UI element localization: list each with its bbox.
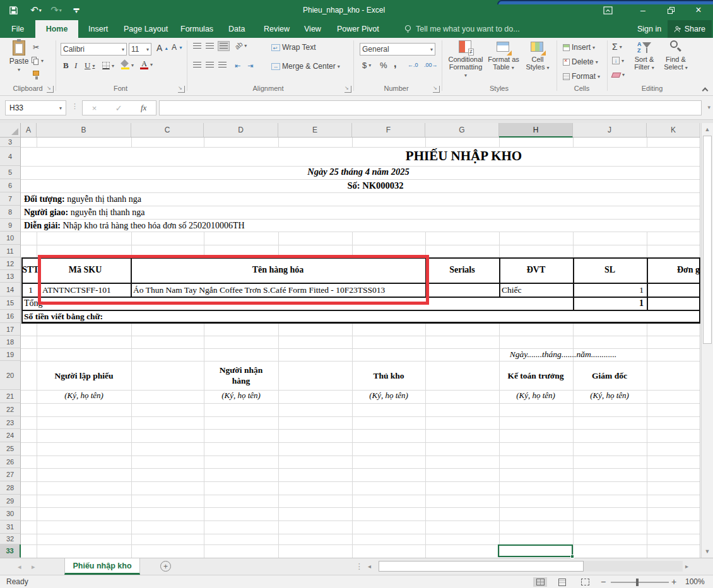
font-name-combo[interactable]: Calibri▾ <box>61 43 127 56</box>
tab-scrollbar-splitter[interactable]: ⋮ <box>355 562 363 571</box>
autosum-button[interactable]: Σ▾ <box>612 42 622 52</box>
row-header-10[interactable]: 10 <box>0 232 21 245</box>
sheet-nav-prev-icon[interactable]: ◂ <box>18 563 21 571</box>
expand-formula-bar-icon[interactable]: ▾ <box>707 104 710 110</box>
redo-button[interactable]: ↷▾ <box>49 2 63 18</box>
row-header-26[interactable]: 26 <box>0 456 21 468</box>
paste-button[interactable]: Paste ▾ <box>6 40 32 73</box>
column-header-K[interactable]: K <box>647 123 700 138</box>
formula-input[interactable] <box>159 100 702 115</box>
zoom-slider-track[interactable] <box>611 582 669 583</box>
cancel-entry-icon[interactable]: × <box>92 103 97 113</box>
alignment-dialog-launcher-icon[interactable]: ↘ <box>345 86 351 93</box>
column-header-H[interactable]: H <box>499 123 573 138</box>
page-layout-view-button[interactable] <box>555 577 569 587</box>
align-right-button[interactable] <box>218 62 227 68</box>
tab-page-layout[interactable]: Page Layout <box>117 20 174 38</box>
font-size-combo[interactable]: 11▾ <box>129 43 151 56</box>
cut-button[interactable]: ✂ <box>33 43 39 52</box>
cell-don-gia[interactable]: 0 <box>647 284 700 297</box>
save-icon[interactable] <box>6 2 20 18</box>
new-sheet-button[interactable]: + <box>160 561 171 572</box>
tab-data[interactable]: Data <box>222 20 251 38</box>
column-header-B[interactable]: B <box>37 123 131 138</box>
decrease-decimal-button[interactable]: .00→ <box>424 62 438 68</box>
shrink-font-button[interactable]: A▼ <box>172 43 183 52</box>
italic-button[interactable]: I <box>74 61 77 71</box>
decrease-indent-button[interactable]: ⇤ <box>235 62 240 70</box>
row-header-14[interactable]: 14 <box>0 283 21 297</box>
fill-handle[interactable] <box>570 555 574 558</box>
row-header-30[interactable]: 30 <box>0 507 21 520</box>
column-header-C[interactable]: C <box>131 123 204 138</box>
conditional-formatting-button[interactable]: ≠ Conditional Formatting ▾ <box>448 40 483 79</box>
clear-button[interactable]: ▾ <box>612 72 625 78</box>
underline-button[interactable]: U▾ <box>85 61 95 71</box>
row-header-5[interactable]: 5 <box>0 166 21 179</box>
name-box[interactable]: H33▾ <box>5 100 66 115</box>
increase-decimal-button[interactable]: ←.0 <box>408 62 418 68</box>
tab-power-pivot[interactable]: Power Pivot <box>331 20 386 38</box>
align-left-button[interactable] <box>193 62 201 68</box>
grow-font-button[interactable]: A▲ <box>156 43 168 53</box>
tab-file[interactable]: File <box>5 20 30 38</box>
tell-me-box[interactable]: Tell me what you want to do... <box>404 20 520 38</box>
undo-button[interactable]: ↶▾ <box>29 2 43 18</box>
column-header-A[interactable]: A <box>21 123 37 138</box>
clipboard-dialog-launcher-icon[interactable]: ↘ <box>47 86 54 93</box>
active-cell-h33[interactable] <box>498 544 573 557</box>
accounting-format-button[interactable]: $▾ <box>362 61 371 70</box>
orientation-button[interactable]: ab▾ <box>235 42 247 49</box>
row-header-6[interactable]: 6 <box>0 179 21 192</box>
name-box-splitter[interactable]: ⋮ <box>71 102 78 110</box>
row-header-12[interactable]: 12 <box>0 257 21 270</box>
row-header-31[interactable]: 31 <box>0 520 21 534</box>
row-header-21[interactable]: 21 <box>0 390 21 403</box>
row-header-7[interactable]: 7 <box>0 192 21 206</box>
sort-filter-button[interactable]: A Z Sort & Filter ▾ <box>630 40 659 72</box>
number-dialog-launcher-icon[interactable]: ↘ <box>433 86 440 93</box>
row-header-28[interactable]: 28 <box>0 481 21 495</box>
row-header-20[interactable]: 20 <box>0 361 21 390</box>
middle-align-button[interactable] <box>206 43 214 49</box>
zoom-level[interactable]: 100% <box>685 577 705 586</box>
bold-button[interactable]: B <box>63 61 69 71</box>
fill-button[interactable]: ↓▾ <box>612 57 624 64</box>
sheet-nav-next-icon[interactable]: ▸ <box>32 563 35 571</box>
row-header-13[interactable]: 13 <box>0 270 21 283</box>
cell-dvt[interactable]: Chiếc <box>502 284 571 297</box>
cell-serials[interactable] <box>427 284 498 297</box>
select-all-button[interactable] <box>0 123 21 138</box>
column-header-D[interactable]: D <box>204 123 278 138</box>
increase-indent-button[interactable]: ⇥ <box>247 62 253 70</box>
tab-home[interactable]: Home <box>35 20 78 38</box>
scroll-down-icon[interactable]: ▼ <box>702 548 713 555</box>
insert-cells-button[interactable]: Insert▾ <box>563 43 595 52</box>
customize-qat-button[interactable]: ▬▾ <box>69 2 83 18</box>
row-header-33[interactable]: 33 <box>0 544 21 558</box>
zoom-in-button[interactable]: + <box>671 577 676 587</box>
redo-caret-icon[interactable]: ▾ <box>59 8 62 13</box>
font-dialog-launcher-icon[interactable]: ↘ <box>178 86 185 93</box>
borders-button[interactable]: ▾ <box>102 62 114 69</box>
number-format-combo[interactable]: General▾ <box>360 43 435 56</box>
zoom-out-button[interactable]: − <box>601 577 606 587</box>
scroll-up-icon[interactable]: ▲ <box>702 126 713 132</box>
row-header-19[interactable]: 19 <box>0 348 21 361</box>
horizontal-scrollbar-track[interactable] <box>584 561 683 572</box>
row-header-27[interactable]: 27 <box>0 468 21 481</box>
tab-insert[interactable]: Insert <box>82 20 114 38</box>
hscroll-right-icon[interactable]: ▸ <box>685 563 688 570</box>
row-header-16[interactable]: 16 <box>0 310 21 323</box>
undo-caret-icon[interactable]: ▾ <box>39 8 42 13</box>
format-cells-button[interactable]: Format▾ <box>563 72 600 81</box>
sign-in-button[interactable]: Sign in <box>631 20 668 38</box>
sheet-tab-active[interactable]: Phiếu nhập kho <box>64 558 140 575</box>
row-header-22[interactable]: 22 <box>0 403 21 416</box>
fill-color-button[interactable]: ▾ <box>121 61 134 69</box>
font-color-button[interactable]: A ▾ <box>140 59 153 69</box>
zoom-slider-thumb[interactable] <box>636 579 639 586</box>
row-header-11[interactable]: 11 <box>0 245 21 257</box>
column-header-F[interactable]: F <box>352 123 425 138</box>
vertical-scrollbar-thumb[interactable] <box>703 136 712 344</box>
